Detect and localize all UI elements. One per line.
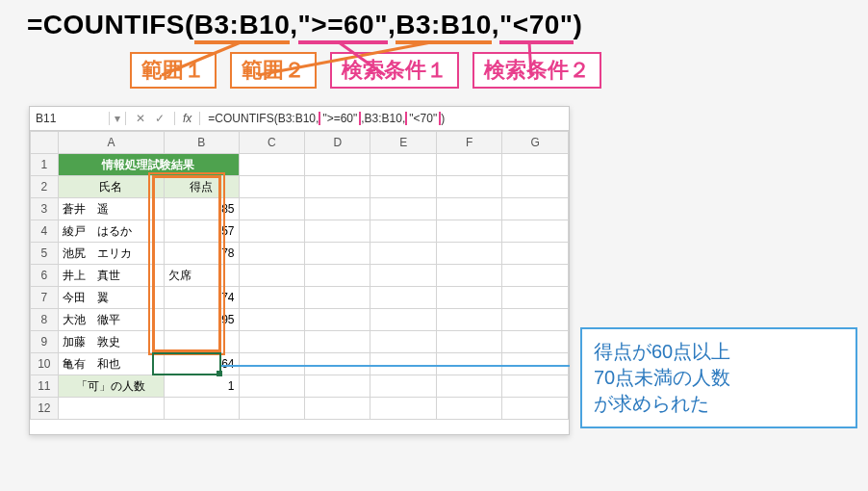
label-range1: 範囲１	[130, 52, 217, 89]
column-header-row: A B C D E F G	[31, 132, 569, 154]
col-header[interactable]: F	[436, 132, 501, 154]
table-title[interactable]: 情報処理試験結果	[58, 154, 239, 176]
cancel-icon[interactable]: ✕	[136, 112, 145, 125]
cell-score[interactable]: 78	[165, 243, 239, 265]
col-header[interactable]: D	[305, 132, 370, 154]
formula-bar[interactable]: =COUNTIFS(B3:B10,">=60",B3:B10,"<70")	[200, 112, 569, 125]
confirm-icon[interactable]: ✓	[155, 112, 165, 125]
spreadsheet-window: B11 ▾ ✕ ✓ fx =COUNTIFS(B3:B10,">=60",B3:…	[29, 106, 570, 435]
spreadsheet-grid[interactable]: A B C D E F G 1 情報処理試験結果 2 氏名 得点 3 蒼井 遥 …	[30, 131, 569, 420]
formula-display: =COUNTIFS(B3:B10,">=60",B3:B10,"<70")	[27, 10, 858, 40]
labels-row: 範囲１ 範囲２ 検索条件１ 検索条件２	[130, 52, 858, 106]
cell-name[interactable]: 井上 真世	[58, 265, 164, 287]
row-header[interactable]: 1	[31, 154, 59, 176]
col-header[interactable]: A	[58, 132, 164, 154]
header-name[interactable]: 氏名	[58, 176, 164, 198]
cell-name[interactable]: 大池 徹平	[58, 309, 164, 331]
col-header[interactable]: B	[165, 132, 239, 154]
cell-score[interactable]	[165, 331, 239, 353]
table-row: 5 池尻 エリカ 78	[31, 243, 569, 265]
range2-token: B3:B10	[396, 10, 491, 44]
criteria1-highlight: ">=60"	[319, 112, 361, 125]
cell-score[interactable]: 64	[165, 353, 239, 375]
cell-name[interactable]: 加藤 敦史	[58, 331, 164, 353]
table-row: 7 今田 翼 74	[31, 287, 569, 309]
result-callout: 得点が60点以上 70点未満の人数 が求められた	[580, 327, 857, 428]
table-row: 6 井上 真世 欠席	[31, 265, 569, 287]
result-label[interactable]: 「可」の人数	[58, 375, 164, 398]
table-row: 4 綾戸 はるか 57	[31, 220, 569, 243]
name-box[interactable]: B11	[30, 112, 110, 125]
col-header[interactable]: C	[239, 132, 304, 154]
table-row: 10 亀有 和也 64	[31, 353, 569, 375]
criteria2-token: "<70"	[499, 10, 574, 44]
result-value[interactable]: 1	[165, 375, 239, 398]
cell-name[interactable]: 亀有 和也	[58, 353, 164, 375]
cell-score[interactable]: 57	[165, 220, 239, 243]
range1-token: B3:B10	[194, 10, 290, 44]
row-header[interactable]: 2	[31, 176, 59, 198]
cell-name[interactable]: 池尻 エリカ	[58, 243, 164, 265]
header-score[interactable]: 得点	[165, 176, 239, 198]
label-crit1: 検索条件１	[330, 52, 459, 89]
label-range2: 範囲２	[230, 52, 317, 89]
select-all-corner[interactable]	[31, 132, 59, 154]
label-crit2: 検索条件２	[472, 52, 601, 89]
col-header[interactable]: E	[370, 132, 436, 154]
cell-score[interactable]: 74	[165, 287, 239, 309]
table-row: 8 大池 徹平 95	[31, 309, 569, 331]
criteria2-highlight: "<70"	[405, 112, 441, 125]
criteria1-token: ">=60"	[298, 10, 388, 44]
cell-score[interactable]: 欠席	[165, 265, 239, 287]
formula-bar-icons: ✕ ✓	[126, 112, 175, 125]
formula-bar-row: B11 ▾ ✕ ✓ fx =COUNTIFS(B3:B10,">=60",B3:…	[30, 107, 569, 131]
cell-name[interactable]: 今田 翼	[58, 287, 164, 309]
cell-name[interactable]: 綾戸 はるか	[58, 220, 164, 243]
cell-score[interactable]: 95	[165, 309, 239, 331]
cell-score[interactable]: 85	[165, 198, 239, 220]
namebox-dropdown-icon[interactable]: ▾	[110, 112, 126, 125]
table-row: 9 加藤 敦史	[31, 331, 569, 353]
result-row: 11 「可」の人数 1	[31, 375, 569, 398]
col-header[interactable]: G	[502, 132, 569, 154]
cell-name[interactable]: 蒼井 遥	[58, 198, 164, 220]
fx-icon[interactable]: fx	[175, 112, 200, 125]
table-row: 3 蒼井 遥 85	[31, 198, 569, 220]
